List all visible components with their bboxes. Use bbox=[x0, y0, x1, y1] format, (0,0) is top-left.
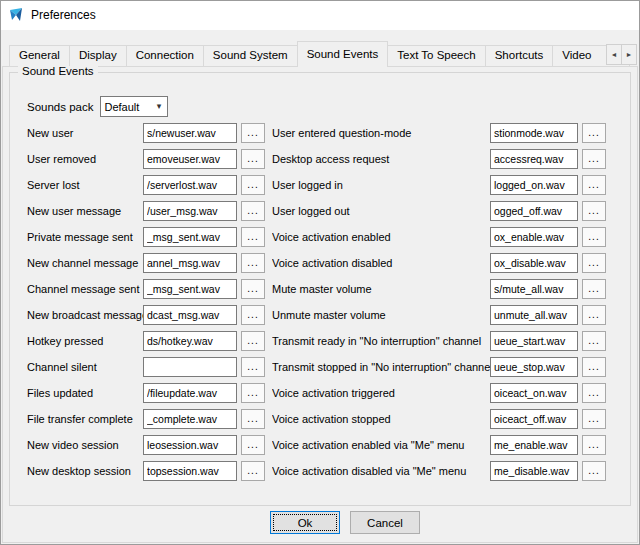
sound-event-row: Voice activation disabled via "Me" menu.… bbox=[272, 461, 606, 481]
browse-button[interactable]: ... bbox=[582, 123, 606, 143]
browse-button[interactable]: ... bbox=[241, 357, 265, 377]
sound-file-input[interactable] bbox=[143, 149, 237, 169]
sound-file-input[interactable] bbox=[490, 175, 578, 195]
tab-scroll-right-icon[interactable]: ► bbox=[621, 44, 637, 65]
browse-button[interactable]: ... bbox=[241, 383, 265, 403]
tab-connection[interactable]: Connection bbox=[126, 45, 204, 66]
browse-button[interactable]: ... bbox=[241, 279, 265, 299]
browse-button[interactable]: ... bbox=[582, 383, 606, 403]
browse-button[interactable]: ... bbox=[241, 435, 265, 455]
sound-file-input[interactable] bbox=[143, 253, 237, 273]
sound-events-right-column: User entered question-mode...Desktop acc… bbox=[272, 123, 606, 481]
tab-text-to-speech[interactable]: Text To Speech bbox=[387, 45, 485, 66]
browse-button[interactable]: ... bbox=[582, 461, 606, 481]
sound-event-row: New video session... bbox=[27, 435, 265, 455]
sound-file-input[interactable] bbox=[143, 305, 237, 325]
browse-button[interactable]: ... bbox=[241, 227, 265, 247]
sound-event-label: Unmute master volume bbox=[272, 309, 490, 321]
sound-event-label: File transfer complete bbox=[27, 413, 143, 425]
browse-button[interactable]: ... bbox=[241, 331, 265, 351]
browse-button[interactable]: ... bbox=[582, 279, 606, 299]
app-logo-icon bbox=[8, 7, 24, 23]
sound-event-row: Mute master volume... bbox=[272, 279, 606, 299]
sound-event-label: Server lost bbox=[27, 179, 143, 191]
tab-scroll-left-icon[interactable]: ◄ bbox=[606, 44, 622, 65]
sound-file-input[interactable] bbox=[143, 227, 237, 247]
tab-bar: GeneralDisplayConnectionSound SystemSoun… bbox=[9, 41, 630, 66]
sound-file-input[interactable] bbox=[490, 305, 578, 325]
browse-button[interactable]: ... bbox=[582, 227, 606, 247]
sound-event-label: Files updated bbox=[27, 387, 143, 399]
browse-button[interactable]: ... bbox=[582, 435, 606, 455]
browse-button[interactable]: ... bbox=[241, 305, 265, 325]
sound-file-input[interactable] bbox=[490, 253, 578, 273]
sound-event-label: Voice activation disabled bbox=[272, 257, 490, 269]
ok-button[interactable]: Ok bbox=[270, 511, 340, 534]
sound-file-input[interactable] bbox=[143, 175, 237, 195]
sound-file-input[interactable] bbox=[143, 357, 237, 377]
sound-file-input[interactable] bbox=[143, 279, 237, 299]
sound-event-label: Channel silent bbox=[27, 361, 143, 373]
browse-button[interactable]: ... bbox=[582, 357, 606, 377]
sound-file-input[interactable] bbox=[143, 201, 237, 221]
sound-file-input[interactable] bbox=[143, 331, 237, 351]
sound-file-input[interactable] bbox=[490, 383, 578, 403]
sound-event-label: Voice activation stopped bbox=[272, 413, 490, 425]
sound-file-input[interactable] bbox=[143, 435, 237, 455]
sound-event-row: New broadcast message... bbox=[27, 305, 265, 325]
sound-file-input[interactable] bbox=[490, 461, 578, 481]
sound-event-row: Desktop access request... bbox=[272, 149, 606, 169]
sounds-pack-row: Sounds pack Default ▾ bbox=[27, 96, 168, 117]
browse-button[interactable]: ... bbox=[582, 175, 606, 195]
browse-button[interactable]: ... bbox=[582, 331, 606, 351]
browse-button[interactable]: ... bbox=[241, 253, 265, 273]
browse-button[interactable]: ... bbox=[582, 305, 606, 325]
sound-file-input[interactable] bbox=[143, 461, 237, 481]
browse-button[interactable]: ... bbox=[582, 149, 606, 169]
sound-event-row: File transfer complete... bbox=[27, 409, 265, 429]
sound-file-input[interactable] bbox=[490, 123, 578, 143]
sound-event-row: Transmit stopped in "No interruption" ch… bbox=[272, 357, 606, 377]
browse-button[interactable]: ... bbox=[582, 201, 606, 221]
sound-file-input[interactable] bbox=[490, 409, 578, 429]
sounds-pack-combobox[interactable]: Default ▾ bbox=[100, 96, 168, 117]
sound-event-label: Private message sent bbox=[27, 231, 143, 243]
tab-display[interactable]: Display bbox=[69, 45, 127, 66]
sound-file-input[interactable] bbox=[490, 227, 578, 247]
browse-button[interactable]: ... bbox=[241, 123, 265, 143]
sound-file-input[interactable] bbox=[490, 435, 578, 455]
title-bar: Preferences bbox=[0, 0, 640, 30]
browse-button[interactable]: ... bbox=[582, 253, 606, 273]
chevron-down-icon: ▾ bbox=[152, 97, 167, 116]
sound-file-input[interactable] bbox=[490, 201, 578, 221]
sound-event-label: Transmit ready in "No interruption" chan… bbox=[272, 335, 490, 347]
sound-file-input[interactable] bbox=[490, 357, 578, 377]
sound-file-input[interactable] bbox=[490, 149, 578, 169]
tab-general[interactable]: General bbox=[9, 45, 70, 66]
sound-event-label: User entered question-mode bbox=[272, 127, 490, 139]
sound-event-label: Channel message sent bbox=[27, 283, 143, 295]
sound-event-label: Transmit stopped in "No interruption" ch… bbox=[272, 361, 490, 373]
browse-button[interactable]: ... bbox=[582, 409, 606, 429]
tab-sound-system[interactable]: Sound System bbox=[203, 45, 298, 66]
sound-event-row: New desktop session... bbox=[27, 461, 265, 481]
browse-button[interactable]: ... bbox=[241, 409, 265, 429]
sound-event-row: User removed... bbox=[27, 149, 265, 169]
tab-sound-events[interactable]: Sound Events bbox=[297, 41, 389, 67]
sound-event-row: Hotkey pressed... bbox=[27, 331, 265, 351]
sound-event-label: Hotkey pressed bbox=[27, 335, 143, 347]
sound-event-label: Voice activation disabled via "Me" menu bbox=[272, 465, 490, 477]
cancel-button[interactable]: Cancel bbox=[350, 511, 420, 534]
sound-event-row: Channel silent... bbox=[27, 357, 265, 377]
sound-file-input[interactable] bbox=[490, 331, 578, 351]
sound-file-input[interactable] bbox=[143, 409, 237, 429]
sound-file-input[interactable] bbox=[490, 279, 578, 299]
tab-shortcuts[interactable]: Shortcuts bbox=[485, 45, 554, 66]
browse-button[interactable]: ... bbox=[241, 175, 265, 195]
sound-file-input[interactable] bbox=[143, 123, 237, 143]
browse-button[interactable]: ... bbox=[241, 149, 265, 169]
sound-event-label: New broadcast message bbox=[27, 309, 143, 321]
sound-file-input[interactable] bbox=[143, 383, 237, 403]
browse-button[interactable]: ... bbox=[241, 201, 265, 221]
browse-button[interactable]: ... bbox=[241, 461, 265, 481]
